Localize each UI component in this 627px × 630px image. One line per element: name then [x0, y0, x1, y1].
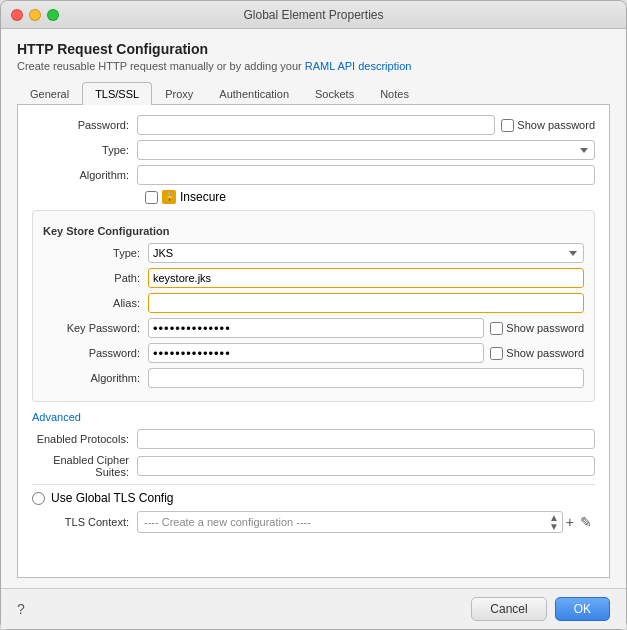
tab-general[interactable]: General — [17, 82, 82, 105]
show-password-wrap-3: Show password — [490, 347, 584, 360]
tls-panel: Password: Show password Type: Algorithm: — [17, 105, 610, 578]
maximize-button[interactable] — [47, 9, 59, 21]
ks-password-row: Password: Show password — [43, 343, 584, 363]
show-password-checkbox-1[interactable] — [501, 119, 514, 132]
main-content: HTTP Request Configuration Create reusab… — [1, 29, 626, 588]
ks-alias-row: Alias: — [43, 293, 584, 313]
show-password-label-3: Show password — [506, 347, 584, 359]
type-label-top: Type: — [32, 144, 137, 156]
password-row: Password: Show password — [32, 115, 595, 135]
tab-notes[interactable]: Notes — [367, 82, 422, 105]
page-subtitle: Create reusable HTTP request manually or… — [17, 60, 610, 72]
show-password-checkbox-3[interactable] — [490, 347, 503, 360]
password-input[interactable] — [137, 115, 495, 135]
tls-context-select-wrap: ---- Create a new configuration ---- ▲ ▼ — [137, 511, 563, 533]
tabs-bar: General TLS/SSL Proxy Authentication Soc… — [17, 82, 610, 105]
ks-algorithm-label: Algorithm: — [43, 372, 148, 384]
titlebar: Global Element Properties — [1, 1, 626, 29]
tls-context-label: TLS Context: — [32, 516, 137, 528]
separator — [32, 484, 595, 485]
key-store-section: Key Store Configuration Type: JKS PKCS12… — [32, 210, 595, 402]
footer: ? Cancel OK — [1, 588, 626, 629]
show-password-wrap-1: Show password — [501, 119, 595, 132]
tab-tls[interactable]: TLS/SSL — [82, 82, 152, 105]
type-row-top: Type: — [32, 140, 595, 160]
enabled-cipher-label: Enabled Cipher Suites: — [32, 454, 137, 478]
insecure-label: Insecure — [180, 190, 226, 204]
page-title: HTTP Request Configuration — [17, 41, 610, 57]
insecure-row: 🔒 Insecure — [145, 190, 595, 204]
ks-key-password-input[interactable] — [148, 318, 484, 338]
ks-password-label: Password: — [43, 347, 148, 359]
footer-buttons: Cancel OK — [471, 597, 610, 621]
tab-authentication[interactable]: Authentication — [206, 82, 302, 105]
add-config-button[interactable]: + — [563, 514, 577, 530]
password-label: Password: — [32, 119, 137, 131]
ks-path-input[interactable] — [148, 268, 584, 288]
tls-context-row: TLS Context: ---- Create a new configura… — [32, 511, 595, 533]
ks-alias-input[interactable] — [148, 293, 584, 313]
enabled-protocols-input[interactable] — [137, 429, 595, 449]
ks-path-row: Path: — [43, 268, 584, 288]
minimize-button[interactable] — [29, 9, 41, 21]
ks-type-select[interactable]: JKS PKCS12 JCEKS — [148, 243, 584, 263]
show-password-wrap-2: Show password — [490, 322, 584, 335]
ks-algorithm-input[interactable] — [148, 368, 584, 388]
ok-button[interactable]: OK — [555, 597, 610, 621]
tab-proxy[interactable]: Proxy — [152, 82, 206, 105]
window-controls — [11, 9, 59, 21]
ks-type-label: Type: — [43, 247, 148, 259]
ks-key-password-label: Key Password: — [43, 322, 148, 334]
global-tls-radio[interactable] — [32, 492, 45, 505]
ks-type-row: Type: JKS PKCS12 JCEKS — [43, 243, 584, 263]
raml-link[interactable]: RAML API description — [305, 60, 412, 72]
edit-config-button[interactable]: ✎ — [577, 514, 595, 530]
algorithm-row-top: Algorithm: — [32, 165, 595, 185]
ks-password-input[interactable] — [148, 343, 484, 363]
advanced-section: Advanced Enabled Protocols: Enabled Ciph… — [32, 410, 595, 478]
show-password-label-1: Show password — [517, 119, 595, 131]
cancel-button[interactable]: Cancel — [471, 597, 546, 621]
tab-sockets[interactable]: Sockets — [302, 82, 367, 105]
ks-alias-label: Alias: — [43, 297, 148, 309]
advanced-link[interactable]: Advanced — [32, 411, 81, 423]
ks-path-label: Path: — [43, 272, 148, 284]
algorithm-label-top: Algorithm: — [32, 169, 137, 181]
ks-algorithm-row: Algorithm: — [43, 368, 584, 388]
help-button[interactable]: ? — [17, 601, 25, 617]
close-button[interactable] — [11, 9, 23, 21]
show-password-checkbox-2[interactable] — [490, 322, 503, 335]
window-title: Global Element Properties — [243, 8, 383, 22]
enabled-cipher-row: Enabled Cipher Suites: — [32, 454, 595, 478]
insecure-checkbox[interactable] — [145, 191, 158, 204]
enabled-cipher-input[interactable] — [137, 456, 595, 476]
show-password-label-2: Show password — [506, 322, 584, 334]
enabled-protocols-label: Enabled Protocols: — [32, 433, 137, 445]
enabled-protocols-row: Enabled Protocols: — [32, 429, 595, 449]
algorithm-input-top[interactable] — [137, 165, 595, 185]
window: Global Element Properties HTTP Request C… — [0, 0, 627, 630]
type-select-top[interactable] — [137, 140, 595, 160]
lock-icon: 🔒 — [162, 190, 176, 204]
ks-key-password-row: Key Password: Show password — [43, 318, 584, 338]
global-tls-row: Use Global TLS Config — [32, 491, 595, 505]
global-tls-label: Use Global TLS Config — [51, 491, 174, 505]
tls-context-select[interactable]: ---- Create a new configuration ---- — [137, 511, 563, 533]
key-store-title: Key Store Configuration — [43, 225, 584, 237]
